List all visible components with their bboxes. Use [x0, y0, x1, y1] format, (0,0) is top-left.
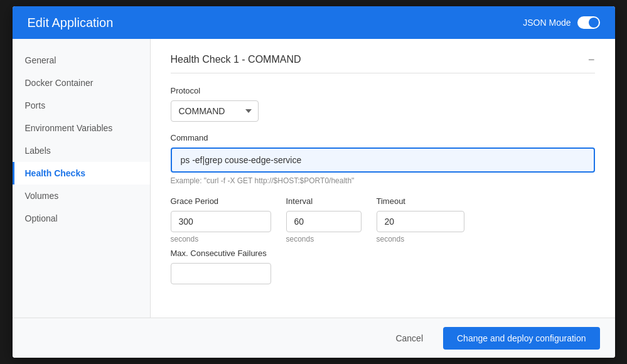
- section-header: Health Check 1 - COMMAND −: [171, 54, 595, 73]
- sidebar-item-ports[interactable]: Ports: [13, 94, 150, 117]
- grace-period-field: Grace Period seconds: [171, 196, 271, 244]
- modal-header: Edit Application JSON Mode: [13, 6, 615, 39]
- protocol-select[interactable]: COMMAND HTTP TCP: [171, 100, 259, 122]
- sidebar-item-labels[interactable]: Labels: [13, 139, 150, 162]
- sidebar: General Docker Container Ports Environme…: [13, 39, 151, 318]
- edit-application-modal: Edit Application JSON Mode General Docke…: [13, 6, 615, 358]
- modal-footer: Cancel Change and deploy configuration: [13, 318, 615, 358]
- interval-unit: seconds: [286, 235, 362, 244]
- interval-field: Interval seconds: [286, 196, 362, 244]
- timeout-label: Timeout: [377, 196, 464, 206]
- command-input[interactable]: [171, 147, 595, 173]
- sidebar-item-volumes[interactable]: Volumes: [13, 185, 150, 207]
- sidebar-item-environment-variables[interactable]: Environment Variables: [13, 117, 150, 139]
- modal-body: General Docker Container Ports Environme…: [13, 39, 615, 318]
- protocol-field-group: Protocol COMMAND HTTP TCP: [171, 86, 595, 122]
- interval-label: Interval: [286, 196, 362, 206]
- command-hint: Example: "curl -f -X GET http://$HOST:$P…: [171, 176, 595, 185]
- max-failures-field-group: Max. Consecutive Failures: [171, 249, 595, 284]
- max-failures-input[interactable]: [171, 263, 271, 284]
- grace-period-label: Grace Period: [171, 196, 271, 206]
- interval-input[interactable]: [286, 211, 362, 232]
- max-failures-label: Max. Consecutive Failures: [171, 249, 595, 258]
- timeout-unit: seconds: [377, 235, 464, 244]
- command-label: Command: [171, 133, 595, 142]
- main-content: Health Check 1 - COMMAND − Protocol COMM…: [151, 39, 615, 318]
- deploy-button[interactable]: Change and deploy configuration: [443, 327, 600, 350]
- timeout-input[interactable]: [377, 211, 464, 232]
- collapse-button[interactable]: −: [588, 54, 595, 65]
- grace-period-unit: seconds: [171, 235, 271, 244]
- sidebar-item-general[interactable]: General: [13, 49, 150, 72]
- json-mode-label: JSON Mode: [523, 18, 571, 28]
- timeout-field: Timeout seconds: [377, 196, 464, 244]
- protocol-label: Protocol: [171, 86, 595, 95]
- command-field-group: Command Example: "curl -f -X GET http://…: [171, 133, 595, 185]
- sidebar-item-optional[interactable]: Optional: [13, 207, 150, 230]
- sidebar-item-docker-container[interactable]: Docker Container: [13, 72, 150, 94]
- timing-fields-row: Grace Period seconds Interval seconds Ti…: [171, 196, 595, 244]
- json-mode-toggle[interactable]: JSON Mode: [523, 16, 599, 29]
- modal-title: Edit Application: [28, 16, 114, 30]
- json-mode-switch[interactable]: [577, 16, 600, 29]
- section-title: Health Check 1 - COMMAND: [171, 54, 301, 65]
- grace-period-input[interactable]: [171, 211, 271, 232]
- cancel-button[interactable]: Cancel: [385, 328, 433, 348]
- sidebar-item-health-checks[interactable]: Health Checks: [13, 162, 150, 185]
